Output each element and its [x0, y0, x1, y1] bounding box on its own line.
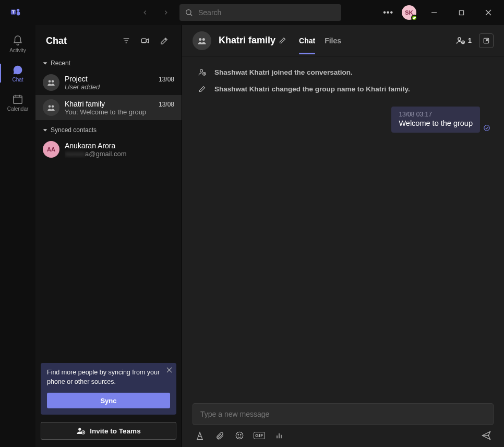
svg-point-42: [484, 125, 490, 131]
send-button[interactable]: [481, 430, 491, 441]
group-avatar-icon: [43, 99, 59, 116]
paperclip-icon: [215, 431, 224, 440]
tab-files[interactable]: Files: [325, 27, 341, 54]
attach-button[interactable]: [214, 430, 225, 441]
pencil-icon: [197, 84, 207, 94]
rail-label: Chat: [12, 77, 23, 83]
rail-activity[interactable]: Activity: [0, 29, 35, 58]
svg-marker-18: [146, 39, 149, 43]
contact-item[interactable]: AA Anukaran Arora xxxxxxa@gmail.com: [35, 137, 182, 162]
send-icon: [481, 430, 491, 441]
svg-marker-24: [43, 129, 47, 132]
search-bar[interactable]: [179, 4, 341, 21]
new-chat-button[interactable]: [157, 33, 171, 48]
conversation-item[interactable]: Project 13/08 User added: [35, 70, 182, 95]
svg-point-22: [49, 105, 51, 108]
message-list: Shashwat Khatri joined the conversation.…: [182, 56, 504, 396]
section-recent[interactable]: Recent: [35, 56, 182, 70]
contact-email: xxxxxxa@gmail.com: [65, 150, 174, 158]
sync-button[interactable]: Sync: [47, 393, 170, 408]
my-message-bubble[interactable]: 13/08 03:17 Welcome to the group: [391, 107, 480, 133]
svg-point-45: [236, 432, 243, 439]
filter-button[interactable]: [119, 33, 134, 48]
more-options-button[interactable]: •••: [379, 8, 398, 17]
chat-list-panel: Chat Recent Project 13/08: [35, 25, 182, 447]
avatar-initials: SK: [405, 9, 413, 16]
rail-label: Calendar: [7, 106, 29, 112]
chevron-down-icon: [43, 61, 47, 66]
invite-button[interactable]: Invite to Teams: [41, 422, 176, 440]
people-add-icon: [76, 426, 86, 436]
svg-point-31: [199, 38, 201, 41]
svg-point-21: [52, 80, 54, 83]
person-add-icon: [197, 67, 207, 77]
svg-point-46: [238, 434, 239, 436]
message-composer: GIF: [182, 396, 504, 447]
avatar-initials: AA: [47, 146, 55, 152]
format-button[interactable]: [195, 430, 205, 441]
gif-button[interactable]: GIF: [254, 430, 265, 441]
svg-point-20: [49, 80, 51, 83]
conversation-item[interactable]: Khatri family 13/08 You: Welcome to the …: [35, 95, 182, 120]
window-maximize-button[interactable]: [450, 1, 473, 24]
compose-input-wrapper[interactable]: [193, 403, 494, 425]
user-avatar[interactable]: SK: [402, 5, 416, 20]
tab-chat[interactable]: Chat: [299, 27, 315, 54]
presence-available-icon: [411, 15, 417, 21]
calendar-icon: [12, 93, 23, 105]
gif-icon: GIF: [254, 432, 265, 439]
svg-line-5: [190, 14, 192, 16]
group-avatar-icon: [193, 31, 211, 50]
conversation-date: 13/08: [159, 101, 174, 108]
chat-list-title: Chat: [46, 36, 115, 46]
title-bar: T ••• SK: [0, 0, 504, 25]
message-timestamp: 13/08 03:17: [399, 111, 473, 118]
app-rail: Activity Chat Calendar: [0, 25, 35, 447]
section-label: Recent: [51, 60, 70, 67]
search-input[interactable]: [198, 8, 336, 17]
sync-card: Find more people by syncing from your ph…: [41, 363, 176, 415]
video-icon: [140, 36, 150, 45]
svg-point-38: [200, 69, 202, 72]
conversation-date: 13/08: [159, 76, 174, 83]
svg-rect-17: [141, 39, 146, 43]
svg-point-32: [202, 38, 205, 41]
svg-rect-3: [17, 11, 20, 15]
contact-avatar: AA: [43, 141, 59, 158]
participant-count: 1: [468, 37, 472, 44]
chat-icon: [12, 64, 23, 76]
contact-name: Anukaran Arora: [65, 142, 174, 150]
rail-chat[interactable]: Chat: [0, 58, 35, 88]
pencil-icon: [279, 37, 286, 44]
meet-now-button[interactable]: [138, 33, 152, 48]
svg-rect-7: [459, 10, 463, 15]
bell-icon: [12, 35, 23, 46]
poll-button[interactable]: [274, 430, 284, 441]
filter-icon: [122, 37, 130, 45]
section-synced[interactable]: Synced contacts: [35, 123, 182, 137]
emoji-icon: [235, 431, 244, 440]
svg-point-2: [17, 9, 20, 12]
system-message: Shashwat Khatri joined the conversation.: [214, 68, 353, 76]
sync-text: Find more people by syncing from your ph…: [47, 368, 170, 386]
svg-rect-10: [14, 96, 22, 103]
nav-forward-button[interactable]: [159, 5, 173, 20]
nav-back-button[interactable]: [138, 5, 152, 20]
rail-calendar[interactable]: Calendar: [0, 88, 35, 117]
svg-point-47: [241, 434, 242, 436]
sync-close-button[interactable]: [166, 367, 172, 373]
edit-title-button[interactable]: [279, 37, 286, 44]
participants-button[interactable]: 1: [455, 36, 472, 46]
conversation-title: Khatri family: [219, 35, 275, 46]
compose-input[interactable]: [200, 410, 486, 418]
svg-point-4: [186, 10, 191, 15]
conversation-name: Khatri family: [65, 100, 105, 108]
close-icon: [166, 367, 172, 373]
poll-icon: [275, 431, 283, 440]
emoji-button[interactable]: [234, 430, 245, 441]
window-close-button[interactable]: [477, 1, 500, 24]
window-minimize-button[interactable]: [423, 1, 446, 24]
svg-point-33: [458, 38, 461, 40]
conversation-preview: User added: [65, 83, 174, 91]
popout-button[interactable]: [479, 33, 494, 48]
